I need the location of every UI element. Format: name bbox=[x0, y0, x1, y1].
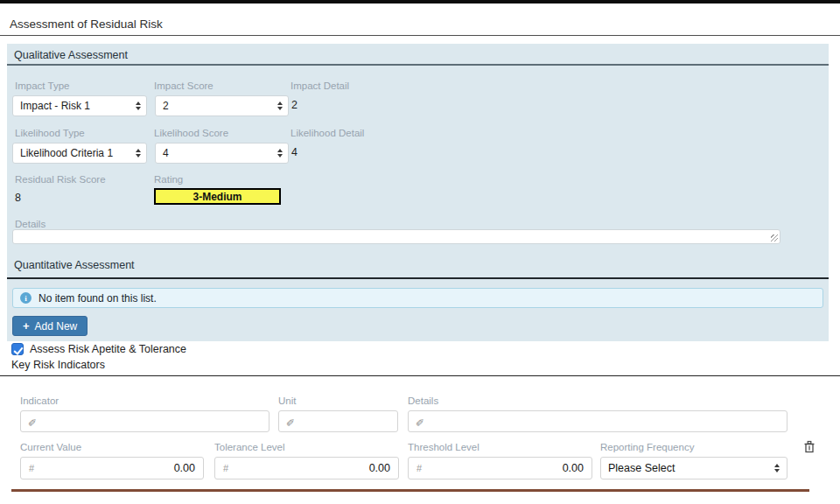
add-new-label: Add New bbox=[35, 320, 78, 332]
unit-input[interactable]: ✎ bbox=[278, 410, 398, 432]
rating-badge: 3-Medium bbox=[154, 188, 281, 205]
likelihood-type-label: Likelihood Type bbox=[15, 128, 85, 138]
details-label: Details bbox=[15, 219, 46, 229]
delete-kri-button[interactable] bbox=[803, 440, 816, 453]
trash-icon bbox=[803, 440, 816, 453]
details-textarea[interactable] bbox=[12, 229, 780, 244]
assessment-page: Assessment of Residual Risk Qualitative … bbox=[0, 0, 840, 504]
assess-appetite-checkbox[interactable] bbox=[11, 343, 24, 355]
likelihood-detail-label: Likelihood Detail bbox=[290, 128, 364, 138]
unit-label: Unit bbox=[278, 396, 296, 406]
kri-header-divider bbox=[0, 375, 840, 376]
assess-appetite-label: Assess Risk Apetite & Tolerance bbox=[30, 343, 186, 355]
number-placeholder: # bbox=[416, 463, 422, 473]
impact-type-select[interactable]: Impact - Risk 1 bbox=[12, 95, 147, 116]
reporting-frequency-value: Please Select bbox=[608, 462, 675, 474]
current-value-amount: 0.00 bbox=[174, 462, 195, 474]
threshold-level-input[interactable]: # 0.00 bbox=[408, 457, 592, 480]
tolerance-level-input[interactable]: # 0.00 bbox=[214, 457, 399, 480]
residual-risk-score-label: Residual Risk Score bbox=[15, 174, 106, 185]
number-placeholder: # bbox=[29, 463, 34, 473]
resize-handle-icon[interactable] bbox=[771, 234, 778, 242]
select-spinner-icon bbox=[136, 102, 141, 110]
likelihood-type-select[interactable]: Likelihood Criteria 1 bbox=[12, 143, 147, 164]
current-value-label: Current Value bbox=[20, 442, 81, 452]
empty-list-alert: No item found on this list. bbox=[12, 288, 823, 308]
reporting-frequency-label: Reporting Frequency bbox=[600, 442, 694, 452]
impact-detail-value: 2 bbox=[291, 99, 298, 111]
select-spinner-icon bbox=[774, 464, 780, 472]
info-icon bbox=[20, 292, 32, 304]
assessment-panel: Qualitative Assessment Impact Type Impac… bbox=[7, 44, 829, 341]
number-placeholder: # bbox=[223, 463, 228, 473]
page-title: Assessment of Residual Risk bbox=[10, 18, 163, 31]
residual-risk-score-value: 8 bbox=[15, 192, 21, 204]
empty-list-message: No item found on this list. bbox=[38, 292, 157, 304]
pencil-icon: ✎ bbox=[286, 416, 295, 428]
current-value-input[interactable]: # 0.00 bbox=[20, 457, 204, 480]
likelihood-score-label: Likelihood Score bbox=[154, 128, 228, 138]
title-divider bbox=[0, 35, 840, 36]
impact-score-label: Impact Score bbox=[154, 80, 214, 91]
tolerance-level-amount: 0.00 bbox=[369, 462, 390, 474]
top-window-edge bbox=[0, 0, 840, 4]
impact-score-value: 2 bbox=[163, 100, 169, 112]
pencil-icon: ✎ bbox=[28, 416, 37, 428]
quantitative-header-divider bbox=[7, 277, 829, 279]
threshold-level-label: Threshold Level bbox=[408, 442, 480, 452]
likelihood-score-value: 4 bbox=[163, 147, 169, 159]
add-new-button[interactable]: + Add New bbox=[12, 316, 88, 336]
threshold-level-amount: 0.00 bbox=[563, 462, 584, 474]
plus-icon: + bbox=[23, 319, 30, 332]
tolerance-level-label: Tolerance Level bbox=[214, 442, 285, 452]
likelihood-type-value: Likelihood Criteria 1 bbox=[20, 147, 113, 159]
impact-type-value: Impact - Risk 1 bbox=[20, 100, 90, 112]
indicator-input[interactable]: ✎ bbox=[20, 410, 270, 432]
likelihood-detail-value: 4 bbox=[291, 146, 298, 158]
kri-details-label: Details bbox=[408, 396, 438, 406]
qualitative-header-divider bbox=[7, 64, 829, 66]
impact-detail-label: Impact Detail bbox=[290, 80, 349, 91]
impact-type-label: Impact Type bbox=[15, 80, 69, 91]
kri-section-header: Key Risk Indicators bbox=[11, 359, 105, 371]
select-spinner-icon bbox=[277, 149, 283, 158]
qualitative-section-header: Qualitative Assessment bbox=[14, 49, 128, 61]
rating-label: Rating bbox=[154, 174, 183, 185]
impact-score-select[interactable]: 2 bbox=[155, 95, 289, 116]
select-spinner-icon bbox=[277, 102, 283, 110]
quantitative-section-header: Quantitative Assessment bbox=[14, 259, 135, 271]
likelihood-score-select[interactable]: 4 bbox=[155, 143, 289, 164]
bottom-divider bbox=[11, 489, 809, 492]
kri-details-input[interactable]: ✎ bbox=[408, 410, 788, 432]
pencil-icon: ✎ bbox=[416, 416, 424, 428]
reporting-frequency-select[interactable]: Please Select bbox=[600, 457, 788, 480]
indicator-label: Indicator bbox=[20, 396, 59, 406]
select-spinner-icon bbox=[136, 149, 141, 158]
